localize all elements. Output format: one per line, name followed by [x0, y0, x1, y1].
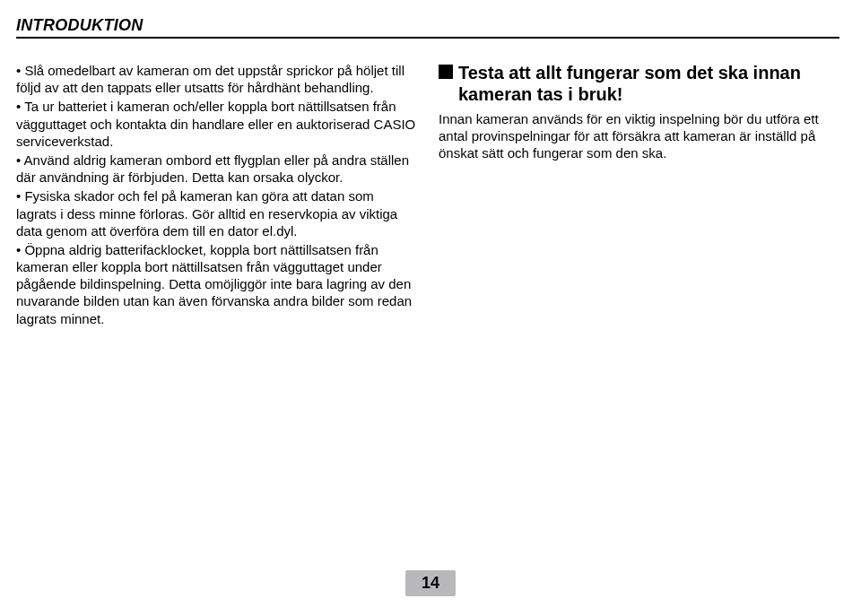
- page-number: 14: [405, 570, 456, 596]
- content-columns: • Slå omedelbart av kameran om det uppst…: [16, 62, 839, 329]
- header-divider: [16, 37, 839, 39]
- page-number-container: 14: [0, 570, 861, 596]
- heading-text-line2: kameran tas i bruk!: [439, 83, 839, 105]
- right-column: Testa att allt fungerar som det ska inna…: [439, 62, 839, 329]
- page-header-title: INTRODUKTION: [16, 16, 839, 35]
- square-bullet-icon: [439, 65, 453, 79]
- list-item: • Slå omedelbart av kameran om det uppst…: [16, 62, 417, 96]
- bullet-dot-icon: •: [16, 99, 24, 114]
- list-item: • Ta ur batteriet i kameran och/eller ko…: [16, 98, 417, 150]
- list-item-text: Använd aldrig kameran ombord ett flygpla…: [16, 152, 409, 185]
- heading-text-line1: Testa att allt fungerar som det ska inna…: [458, 63, 801, 82]
- list-item-text: Öppna aldrig batterifacklocket, koppla b…: [16, 242, 412, 326]
- list-item: • Fysiska skador och fel på kameran kan …: [16, 187, 417, 239]
- list-item-text: Slå omedelbart av kameran om det uppstår…: [16, 63, 404, 95]
- list-item: • Använd aldrig kameran ombord ett flygp…: [16, 152, 417, 186]
- list-item-text: Ta ur batteriet i kameran och/eller kopp…: [16, 99, 415, 148]
- section-heading: Testa att allt fungerar som det ska inna…: [439, 62, 839, 105]
- list-item-text: Fysiska skador och fel på kameran kan gö…: [16, 188, 397, 238]
- bullet-dot-icon: •: [16, 188, 24, 204]
- bullet-dot-icon: •: [16, 152, 24, 168]
- bullet-dot-icon: •: [16, 242, 24, 257]
- section-body: Innan kameran används för en viktig insp…: [439, 110, 839, 162]
- left-column: • Slå omedelbart av kameran om det uppst…: [16, 62, 417, 329]
- list-item: • Öppna aldrig batterifacklocket, koppla…: [16, 241, 417, 327]
- document-page: INTRODUKTION • Slå omedelbart av kameran…: [0, 0, 861, 616]
- bullet-dot-icon: •: [16, 63, 24, 78]
